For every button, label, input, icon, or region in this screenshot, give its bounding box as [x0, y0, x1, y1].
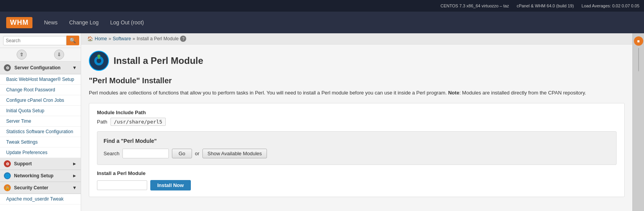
security-icon: 🔒 — [4, 184, 11, 191]
support-icon: ⚙ — [4, 160, 11, 167]
cpanel-version: cPanel & WHM 64.0 (build 19) — [517, 3, 574, 8]
network-chevron-icon: ► — [72, 173, 77, 178]
search-button[interactable]: 🔍 — [66, 36, 79, 45]
navbar: WHM News Change Log Log Out (root) — [0, 12, 644, 33]
module-name-input[interactable] — [97, 180, 147, 190]
sidebar-item-basic-webhost[interactable]: Basic WebHost Manager® Setup — [0, 74, 81, 85]
path-value: /usr/share/perl5 — [110, 118, 166, 126]
sidebar-item-server-time[interactable]: Server Time — [0, 116, 81, 127]
sidebar-back-button[interactable]: ⇧ — [17, 50, 27, 60]
sidebar-group-support[interactable]: ⚙ Support ► — [0, 158, 81, 170]
page-body: Install a Perl Module "Perl Module" Inst… — [81, 45, 632, 208]
path-row: Path /usr/share/perl5 — [97, 118, 617, 126]
description-note: : Modules are installed directly from th… — [459, 90, 586, 96]
load-averages: Load Averages: 0.02 0.07 0.05 — [581, 3, 639, 8]
page-title: Install a Perl Module — [114, 55, 203, 66]
sidebar-group-security[interactable]: 🔒 Security Center ▼ — [0, 182, 81, 194]
show-available-modules-button[interactable]: Show Available Modules — [202, 149, 267, 158]
sidebar: 🔍 ⇧ ⇩ ⚙ Server Configuration ▼ Basic Web… — [0, 33, 81, 211]
help-icon[interactable]: ? — [180, 36, 186, 42]
install-header: Install a Perl Module — [97, 170, 617, 176]
breadcrumb-software[interactable]: Software — [113, 36, 131, 41]
or-text: or — [195, 151, 200, 156]
right-divider — [638, 48, 639, 71]
sidebar-item-apache-mod[interactable]: Apache mod_userdir Tweak — [0, 194, 81, 204]
breadcrumb-sep1: » — [109, 36, 111, 41]
breadcrumb: 🏠 Home » Software » Install a Perl Modul… — [81, 33, 632, 45]
install-section: Install a Perl Module Install Now — [97, 170, 617, 190]
sidebar-item-change-root[interactable]: Change Root Password — [0, 85, 81, 95]
server-config-label: Server Configuration — [14, 65, 60, 70]
sidebar-section-server-config[interactable]: ⚙ Server Configuration ▼ — [0, 62, 81, 74]
description: Perl modules are collections of function… — [89, 89, 625, 97]
description-note-label: Note — [448, 90, 459, 96]
install-row: Install Now — [97, 180, 617, 190]
support-chevron-icon: ► — [72, 161, 77, 166]
right-sidebar: ■ — [632, 33, 644, 211]
breadcrumb-home-icon: 🏠 — [87, 36, 93, 41]
sidebar-content: ⚙ Server Configuration ▼ Basic WebHost M… — [0, 62, 81, 211]
sidebar-forward-button[interactable]: ⇩ — [54, 50, 64, 60]
find-perl-header: Find a "Perl Module" — [104, 138, 610, 144]
server-config-icon: ⚙ — [4, 64, 11, 71]
search-row: Search Go or Show Available Modules — [104, 149, 610, 158]
nav-news[interactable]: News — [44, 19, 58, 26]
sidebar-item-tweak-settings[interactable]: Tweak Settings — [0, 137, 81, 148]
find-perl-box: Find a "Perl Module" Search Go or Show A… — [97, 131, 617, 165]
breadcrumb-home[interactable]: Home — [95, 36, 107, 41]
install-now-button[interactable]: Install Now — [150, 180, 191, 190]
topbar-info: CENTOS 7.3 x86_64 virtuozzo – taz cPanel… — [440, 3, 639, 8]
module-include-path-header: Module Include Path — [97, 110, 617, 115]
breadcrumb-current: Install a Perl Module — [137, 36, 179, 41]
network-icon: 🌐 — [4, 172, 11, 179]
go-button[interactable]: Go — [172, 149, 192, 158]
main-content: 🏠 Home » Software » Install a Perl Modul… — [81, 33, 632, 211]
perl-search-input[interactable] — [122, 149, 169, 158]
search-label: Search — [104, 151, 119, 156]
sidebar-nav-arrows: ⇧ ⇩ — [0, 48, 81, 62]
search-icon: 🔍 — [70, 38, 76, 43]
perl-module-icon — [89, 51, 109, 71]
breadcrumb-sep2: » — [133, 36, 135, 41]
sidebar-item-stats-software[interactable]: Statistics Software Configuration — [0, 127, 81, 137]
layout: 🔍 ⇧ ⇩ ⚙ Server Configuration ▼ Basic Web… — [0, 33, 644, 211]
server-info: CENTOS 7.3 x86_64 virtuozzo – taz — [440, 3, 509, 8]
right-sidebar-button[interactable]: ■ — [634, 36, 643, 46]
sidebar-group-networking[interactable]: 🌐 Networking Setup ► — [0, 170, 81, 182]
path-label: Path — [97, 119, 107, 125]
nav-logout[interactable]: Log Out (root) — [110, 19, 144, 26]
sidebar-item-initial-quota[interactable]: Initial Quota Setup — [0, 106, 81, 116]
logo[interactable]: WHM — [6, 17, 32, 28]
load-averages-label: Load Averages: — [581, 3, 611, 8]
sidebar-item-update-prefs[interactable]: Update Preferences — [0, 148, 81, 158]
module-include-path: Module Include Path Path /usr/share/perl… — [97, 110, 617, 126]
load-averages-values: 0.02 0.07 0.05 — [612, 3, 639, 8]
chevron-down-icon: ▼ — [72, 65, 77, 70]
search-input[interactable] — [3, 36, 66, 45]
nav-changelog[interactable]: Change Log — [69, 19, 99, 26]
search-bar: 🔍 — [0, 33, 81, 48]
security-chevron-icon: ▼ — [72, 185, 77, 190]
sidebar-item-cron-jobs[interactable]: Configure cPanel Cron Jobs — [0, 95, 81, 106]
description-text: Perl modules are collections of function… — [89, 90, 448, 96]
page-subtitle: "Perl Module" Installer — [89, 76, 625, 85]
topbar: CENTOS 7.3 x86_64 virtuozzo – taz cPanel… — [0, 0, 644, 12]
page-title-area: Install a Perl Module — [89, 51, 625, 71]
content-box: Module Include Path Path /usr/share/perl… — [89, 103, 625, 197]
